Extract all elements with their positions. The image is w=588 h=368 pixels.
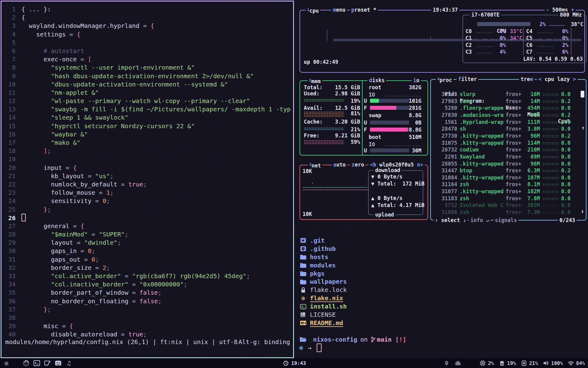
net-box-title[interactable]: 3net — [308, 161, 322, 169]
editor-line[interactable]: 6 # autostart — [2, 47, 293, 55]
editor-line[interactable]: 9 "hash dbus-update-activation-environme… — [2, 72, 293, 80]
status-memory[interactable]: 19% — [498, 359, 516, 367]
nix-logo-icon[interactable]: ❆ — [3, 359, 10, 367]
file-list-item: .git — [299, 236, 406, 245]
menu-button[interactable]: menu — [331, 6, 347, 13]
editor-line[interactable]: 21 kb_layout = "us"; — [2, 172, 293, 180]
editor-line[interactable]: 8 "systemctl --user import-environment &… — [2, 63, 293, 72]
process-row[interactable]: 26732codiumfros+210M0.0 — [431, 146, 586, 153]
editor-line[interactable]: 31 gaps_out = 0; — [2, 255, 293, 264]
process-row[interactable]: 31075.kitty-wrappedfros+114M0.0 — [431, 140, 586, 146]
proc-scrollbar[interactable] — [581, 91, 584, 98]
mem-row: Cache:3.20 GiB — [304, 118, 360, 125]
status-value: 21% — [529, 360, 538, 366]
status-disk[interactable]: 21% — [520, 359, 538, 367]
editor-line[interactable]: 30 gaps_in = 0; — [2, 247, 293, 255]
line-number: 39 — [2, 322, 16, 330]
process-row[interactable]: 31103zshfros+7.8M0.0 — [431, 195, 586, 202]
editor-line[interactable]: 28 "$mainMod" = "SUPER"; — [2, 230, 293, 239]
editor-window[interactable]: 1{ ... }:2{3 wayland.windowManager.hyprl… — [1, 1, 294, 358]
process-row[interactable]: 5712Isolated Web Cfros+303M0.0 — [431, 202, 586, 209]
file-listing: .git.githubhostsmodulespkgswallpapersfla… — [299, 236, 406, 352]
editor-line[interactable]: 1{ ... }: — [2, 5, 293, 13]
net-auto-button[interactable]: auto — [332, 161, 347, 168]
editor-line[interactable]: 4 settings = { — [2, 30, 293, 39]
editor-line[interactable]: 22 numlock_by_default = true; — [2, 180, 293, 189]
editor-line[interactable]: 18 ]; — [2, 147, 293, 155]
editor-line[interactable]: 2{ — [2, 13, 293, 22]
disks-box-title[interactable]: disks — [368, 77, 386, 84]
editor-line[interactable]: 32 border_size = 2; — [2, 264, 293, 272]
status-cpu-chip[interactable]: 2% — [479, 359, 494, 367]
editor-line[interactable]: 26 — [2, 214, 293, 222]
proc-sort-control[interactable]: < cpu lazy > — [537, 76, 578, 82]
editor-line[interactable]: 35 border_part_of_window = false; — [2, 289, 293, 297]
process-row[interactable]: 31164zshfros+8.1M0.0 — [431, 181, 586, 188]
process-row[interactable]: 31086zshfros+7.3M0.0 — [431, 209, 586, 216]
editor-line[interactable]: 7 exec-once = [ — [2, 55, 293, 63]
disks-io-toggle[interactable]: io — [412, 77, 421, 84]
cloud-icon[interactable] — [454, 359, 462, 367]
editor-line[interactable]: 36 no_border_on_floating = false; — [2, 297, 293, 305]
music-icon[interactable]: ♫ — [65, 359, 73, 367]
proc-tree-button[interactable]: tree — [519, 76, 535, 82]
status-volume[interactable]: 100% — [542, 359, 563, 367]
process-row[interactable]: 28470shfros+3.8M0.0 — [431, 125, 586, 132]
editor-line[interactable]: 24 sensitivity = 0; — [2, 197, 293, 205]
editor-line[interactable]: 11 "nm-applet &" — [2, 89, 293, 97]
editor-line[interactable]: 5 — [2, 39, 293, 47]
proc-header: Pid: Program: User: MemB Cpu% ↑ — [431, 84, 586, 91]
firefox-icon[interactable] — [22, 359, 30, 367]
status-wifi[interactable]: 84% — [567, 359, 585, 367]
process-row[interactable]: 2291Xwaylandfros+69M0.0 — [431, 153, 586, 160]
proc-filter-button[interactable]: filter — [457, 76, 478, 82]
process-row[interactable]: 27903cavafros+14M0.2 — [431, 98, 586, 105]
scroll-down-icon[interactable]: ↓ — [581, 208, 584, 214]
discord-icon[interactable] — [55, 359, 62, 367]
process-row[interactable]: 31948slurpfros+16M0.0 — [431, 91, 586, 98]
editor-line[interactable]: 19 — [2, 155, 293, 163]
process-row[interactable]: 31084.kitty-wrappedfros+107M0.0 — [431, 174, 586, 181]
editor-line[interactable]: 16 "waybar &" — [2, 130, 293, 139]
editor-line[interactable]: 3 wayland.windowManager.hyprland = { — [2, 22, 293, 30]
taskbar-clock[interactable]: 19:43 — [282, 359, 306, 367]
code-text: "waybar &" — [21, 131, 88, 138]
editor-line[interactable]: 14 "sleep 1 && swaylock" — [2, 113, 293, 122]
editor-line[interactable]: 33 "col.active_border" = "rgb(cba6f7) rg… — [2, 272, 293, 280]
cpu-box-title[interactable]: 1cpu — [306, 6, 320, 14]
process-row[interactable]: 1561.Hyprland-wrapfros+111M0.0 — [431, 119, 586, 125]
taskbar-app-icons: ❆♫ — [0, 359, 73, 367]
preset-button[interactable]: preset * — [350, 6, 378, 13]
editor-line[interactable]: 38 — [2, 314, 293, 322]
editor-line[interactable]: 17 "mako &" — [2, 139, 293, 147]
editor-line[interactable]: 15 "hyprctl setcursor Nordzy-cursors 22 … — [2, 122, 293, 130]
notes-icon[interactable] — [44, 359, 51, 367]
process-row[interactable]: 27830.audacious-wrafros+96M0.2 — [431, 112, 586, 118]
editor-line[interactable]: 39 misc = { — [2, 322, 293, 330]
process-row[interactable]: 27730.kitty-wrappedfros+96M0.2 — [431, 132, 586, 139]
process-row[interactable]: 28055.kitty-wrappedfros+98M0.0 — [431, 160, 586, 167]
process-row[interactable]: 5280.floorp-wrappefros+454M0.0 — [431, 105, 586, 111]
editor-line[interactable]: 10 "dbus-update-activation-environment -… — [2, 80, 293, 89]
process-row[interactable]: 31077.kitty-wrappedfros+102M0.0 — [431, 188, 586, 195]
editor-line[interactable]: 27 general = { — [2, 222, 293, 230]
terminal-icon[interactable] — [33, 359, 40, 367]
editor-line[interactable]: 29 layout = "dwindle"; — [2, 239, 293, 247]
shell-input-line[interactable]: ❆→ — [299, 344, 406, 352]
proc-box-title[interactable]: 4proc — [436, 76, 454, 83]
editor-line[interactable]: 25 }; — [2, 205, 293, 214]
editor-line[interactable]: 40 disable_autoreload = true; — [2, 330, 293, 339]
mem-box-title[interactable]: 2mem — [307, 77, 322, 85]
editor-line[interactable]: 12 "wl-paste --primary --watch wl-copy -… — [2, 97, 293, 105]
editor-line[interactable]: 34 "col.inactive_border" = "0x00000000"; — [2, 280, 293, 289]
editor-buffer[interactable]: 1{ ... }:2{3 wayland.windowManager.hyprl… — [2, 5, 293, 339]
editor-line[interactable]: 23 follow_mouse = 1; — [2, 189, 293, 197]
editor-line[interactable]: 37 }; — [2, 305, 293, 314]
editor-line[interactable]: 13 "swaybg -m fill -i $(find ~/Pictures/… — [2, 105, 293, 113]
net-zero-button[interactable]: zero — [350, 161, 366, 168]
terminal-window[interactable]: .git.githubhostsmodulespkgswallpapersfla… — [295, 229, 588, 357]
editor-line[interactable]: 20 input = { — [2, 164, 293, 172]
location-pin-icon[interactable] — [443, 359, 450, 367]
process-row[interactable]: 31447btopfros+6.3M0.2 — [431, 167, 586, 174]
cpu-detail-box: i7-6700TE 800 MHz CPU 2% 38°C C00%33°CC4… — [462, 15, 586, 63]
